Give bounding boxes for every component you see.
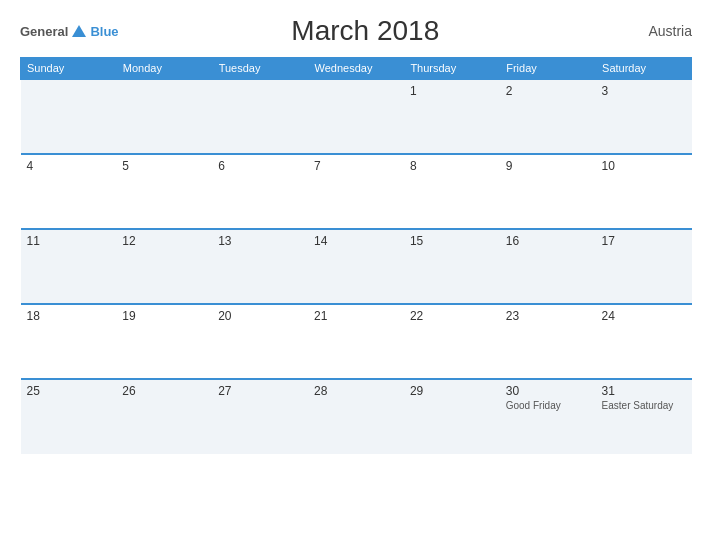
logo-triangle-icon xyxy=(72,25,86,37)
calendar-cell-w5-d6: 31Easter Saturday xyxy=(596,379,692,454)
week-row-2: 45678910 xyxy=(21,154,692,229)
calendar-cell-w2-d4: 8 xyxy=(404,154,500,229)
header-friday: Friday xyxy=(500,58,596,80)
day-number: 14 xyxy=(314,234,398,248)
calendar-cell-w1-d1 xyxy=(116,79,212,154)
calendar-page: General Blue March 2018 Austria Sunday M… xyxy=(0,0,712,550)
page-header: General Blue March 2018 Austria xyxy=(20,15,692,47)
calendar-cell-w2-d0: 4 xyxy=(21,154,117,229)
calendar-cell-w5-d4: 29 xyxy=(404,379,500,454)
calendar-cell-w3-d2: 13 xyxy=(212,229,308,304)
calendar-cell-w1-d0 xyxy=(21,79,117,154)
day-number: 29 xyxy=(410,384,494,398)
calendar-cell-w5-d0: 25 xyxy=(21,379,117,454)
day-number: 23 xyxy=(506,309,590,323)
header-saturday: Saturday xyxy=(596,58,692,80)
logo-general: General xyxy=(20,24,68,39)
day-event: Good Friday xyxy=(506,400,590,411)
day-number: 28 xyxy=(314,384,398,398)
header-monday: Monday xyxy=(116,58,212,80)
day-number: 6 xyxy=(218,159,302,173)
calendar-cell-w2-d6: 10 xyxy=(596,154,692,229)
calendar-cell-w3-d0: 11 xyxy=(21,229,117,304)
weekday-header-row: Sunday Monday Tuesday Wednesday Thursday… xyxy=(21,58,692,80)
day-number: 5 xyxy=(122,159,206,173)
day-number: 27 xyxy=(218,384,302,398)
calendar-cell-w2-d1: 5 xyxy=(116,154,212,229)
calendar-cell-w4-d4: 22 xyxy=(404,304,500,379)
calendar-cell-w3-d3: 14 xyxy=(308,229,404,304)
day-number: 21 xyxy=(314,309,398,323)
day-number: 3 xyxy=(602,84,686,98)
calendar-cell-w3-d6: 17 xyxy=(596,229,692,304)
calendar-cell-w5-d1: 26 xyxy=(116,379,212,454)
calendar-cell-w3-d4: 15 xyxy=(404,229,500,304)
day-number: 20 xyxy=(218,309,302,323)
day-number: 12 xyxy=(122,234,206,248)
calendar-cell-w4-d1: 19 xyxy=(116,304,212,379)
day-number: 15 xyxy=(410,234,494,248)
country-label: Austria xyxy=(612,23,692,39)
week-row-3: 11121314151617 xyxy=(21,229,692,304)
calendar-cell-w3-d5: 16 xyxy=(500,229,596,304)
day-number: 1 xyxy=(410,84,494,98)
day-number: 10 xyxy=(602,159,686,173)
day-number: 31 xyxy=(602,384,686,398)
calendar-table: Sunday Monday Tuesday Wednesday Thursday… xyxy=(20,57,692,454)
calendar-cell-w1-d5: 2 xyxy=(500,79,596,154)
day-number: 11 xyxy=(27,234,111,248)
calendar-cell-w5-d2: 27 xyxy=(212,379,308,454)
calendar-cell-w4-d6: 24 xyxy=(596,304,692,379)
day-number: 24 xyxy=(602,309,686,323)
page-title: March 2018 xyxy=(119,15,612,47)
day-number: 7 xyxy=(314,159,398,173)
calendar-cell-w4-d3: 21 xyxy=(308,304,404,379)
day-number: 30 xyxy=(506,384,590,398)
week-row-1: 123 xyxy=(21,79,692,154)
day-event: Easter Saturday xyxy=(602,400,686,411)
calendar-cell-w1-d4: 1 xyxy=(404,79,500,154)
calendar-cell-w3-d1: 12 xyxy=(116,229,212,304)
day-number: 9 xyxy=(506,159,590,173)
day-number: 16 xyxy=(506,234,590,248)
logo: General Blue xyxy=(20,22,119,40)
header-wednesday: Wednesday xyxy=(308,58,404,80)
day-number: 25 xyxy=(27,384,111,398)
day-number: 17 xyxy=(602,234,686,248)
day-number: 22 xyxy=(410,309,494,323)
week-row-4: 18192021222324 xyxy=(21,304,692,379)
calendar-cell-w5-d3: 28 xyxy=(308,379,404,454)
header-tuesday: Tuesday xyxy=(212,58,308,80)
calendar-cell-w1-d3 xyxy=(308,79,404,154)
calendar-cell-w1-d6: 3 xyxy=(596,79,692,154)
calendar-cell-w4-d0: 18 xyxy=(21,304,117,379)
day-number: 8 xyxy=(410,159,494,173)
day-number: 19 xyxy=(122,309,206,323)
day-number: 4 xyxy=(27,159,111,173)
header-thursday: Thursday xyxy=(404,58,500,80)
calendar-cell-w2-d2: 6 xyxy=(212,154,308,229)
calendar-cell-w2-d5: 9 xyxy=(500,154,596,229)
logo-blue: Blue xyxy=(90,24,118,39)
day-number: 26 xyxy=(122,384,206,398)
day-number: 18 xyxy=(27,309,111,323)
calendar-cell-w2-d3: 7 xyxy=(308,154,404,229)
calendar-cell-w4-d2: 20 xyxy=(212,304,308,379)
week-row-5: 252627282930Good Friday31Easter Saturday xyxy=(21,379,692,454)
header-sunday: Sunday xyxy=(21,58,117,80)
day-number: 13 xyxy=(218,234,302,248)
day-number: 2 xyxy=(506,84,590,98)
calendar-cell-w4-d5: 23 xyxy=(500,304,596,379)
calendar-cell-w1-d2 xyxy=(212,79,308,154)
calendar-cell-w5-d5: 30Good Friday xyxy=(500,379,596,454)
